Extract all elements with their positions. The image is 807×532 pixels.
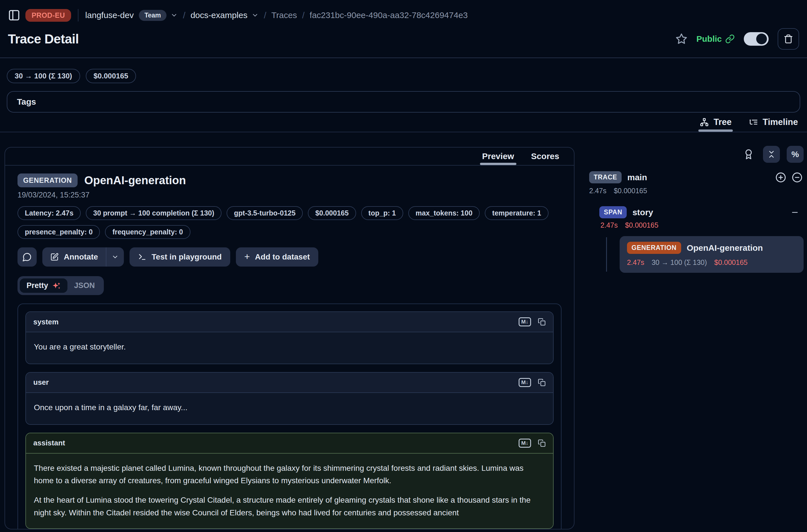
annotate-dropdown-button[interactable] — [106, 253, 124, 261]
generation-name: OpenAI-generation — [687, 243, 763, 253]
assistant-paragraph: At the heart of Lumina stood the towerin… — [34, 494, 545, 519]
model-badge: gpt-3.5-turbo-0125 — [227, 206, 303, 220]
copy-button[interactable] — [538, 439, 546, 447]
tree-zoom-controls — [775, 172, 803, 183]
tree-node-generation-selected[interactable]: GENERATION OpenAI-generation 2.47s 30 → … — [620, 236, 804, 273]
delete-trace-button[interactable] — [778, 28, 799, 50]
plus-circle-icon[interactable] — [775, 172, 786, 183]
page-title: Trace Detail — [8, 31, 79, 46]
tree-node-span[interactable]: SPAN story — [599, 206, 804, 218]
comment-icon — [22, 252, 32, 262]
environment-badge[interactable]: PROD-EU — [25, 9, 71, 22]
trace-stat-badges: 30 → 100 (Σ 130) $0.000165 — [7, 69, 800, 83]
tree-generation-wrapper: GENERATION OpenAI-generation 2.47s 30 → … — [589, 236, 804, 273]
token-usage-badge: 30 prompt → 100 completion (Σ 130) — [86, 206, 222, 220]
trash-icon — [784, 34, 793, 44]
observation-panel: Preview Scores GENERATION OpenAI-generat… — [4, 147, 575, 530]
annotate-split-button: Annotate — [42, 247, 124, 267]
span-name: story — [632, 208, 653, 217]
copy-icon — [538, 379, 546, 386]
copy-icon — [538, 318, 546, 326]
chevron-down-icon[interactable] — [170, 12, 178, 19]
cost-badge: $0.000165 — [308, 206, 356, 220]
observation-body: GENERATION OpenAI-generation 19/03/2024,… — [5, 166, 574, 530]
generation-row: GENERATION OpenAI-generation — [627, 242, 796, 254]
terminal-icon — [138, 253, 147, 261]
markdown-toggle-icon[interactable]: M↓ — [519, 378, 531, 387]
message-role: assistant — [33, 439, 65, 448]
tab-timeline-label: Timeline — [763, 117, 798, 127]
pretty-label: Pretty — [26, 281, 48, 290]
percent-toggle-button[interactable]: % — [787, 146, 804, 163]
comment-button[interactable] — [18, 247, 37, 267]
plus-icon: + — [244, 251, 250, 262]
format-json-segment[interactable]: JSON — [68, 279, 102, 293]
format-pretty-segment[interactable]: Pretty — [20, 279, 68, 293]
observation-header: GENERATION OpenAI-generation — [18, 173, 562, 187]
minus-circle-icon[interactable] — [792, 172, 803, 183]
tags-box[interactable]: Tags — [7, 91, 800, 113]
collapse-all-button[interactable] — [763, 146, 780, 163]
breadcrumb-trace-id: fac231bc-90ee-490a-aa32-78c4269474e3 — [309, 11, 468, 20]
add-to-dataset-button[interactable]: + Add to dataset — [236, 247, 318, 267]
frequency-penalty-badge: frequency_penalty: 0 — [105, 225, 190, 239]
message-tools: M↓ — [519, 317, 546, 326]
breadcrumb-traces-link[interactable]: Traces — [271, 11, 297, 20]
panel-tabs: Preview Scores — [5, 148, 574, 166]
trace-cost: $0.000165 — [614, 187, 647, 195]
markdown-toggle-icon[interactable]: M↓ — [519, 317, 531, 326]
tab-preview[interactable]: Preview — [482, 151, 514, 165]
trace-latency: 2.47s — [589, 187, 606, 195]
playground-label: Test in playground — [151, 252, 222, 262]
top-p-badge: top_p: 1 — [361, 206, 403, 220]
message-header: user M↓ — [26, 373, 553, 393]
tree-node-trace[interactable]: TRACE main — [589, 171, 804, 183]
public-label: Public — [696, 34, 722, 44]
test-in-playground-button[interactable]: Test in playground — [130, 247, 230, 267]
tab-timeline[interactable]: Timeline — [749, 117, 798, 132]
divider — [78, 9, 78, 21]
timeline-icon — [749, 117, 758, 127]
sidebar-toggle-button[interactable] — [8, 9, 20, 21]
org-plan-badge[interactable]: Team — [139, 10, 167, 21]
span-cost: $0.000165 — [625, 221, 658, 229]
tree-toolbar: % — [589, 146, 804, 163]
add-to-dataset-label: Add to dataset — [255, 252, 310, 262]
sparkles-icon — [52, 282, 61, 290]
chevron-down-icon[interactable] — [251, 12, 259, 19]
copy-button[interactable] — [538, 318, 546, 326]
markdown-toggle-icon[interactable]: M↓ — [519, 439, 531, 448]
collapse-node-icon[interactable] — [791, 208, 799, 217]
observation-title: OpenAI-generation — [85, 174, 186, 187]
message-header: system M↓ — [26, 312, 553, 332]
annotate-button[interactable]: Annotate — [42, 252, 106, 262]
copy-button[interactable] — [538, 379, 546, 386]
award-icon[interactable] — [743, 149, 754, 160]
trace-metrics: 2.47s $0.000165 — [589, 187, 804, 195]
title-actions: Public — [676, 28, 799, 50]
observation-timestamp: 19/03/2024, 15:25:37 — [18, 191, 562, 200]
tab-scores[interactable]: Scores — [531, 151, 559, 165]
tags-label: Tags — [17, 97, 36, 107]
message-tools: M↓ — [519, 439, 546, 448]
message-system: system M↓ You are a great storyteller. — [25, 311, 553, 364]
temperature-badge: temperature: 1 — [485, 206, 548, 220]
message-content: You are a great storyteller. — [26, 332, 553, 364]
public-toggle[interactable] — [744, 32, 769, 46]
observation-type-badge: GENERATION — [18, 173, 78, 187]
presence-penalty-badge: presence_penalty: 0 — [18, 225, 100, 239]
tab-tree[interactable]: Tree — [699, 117, 732, 132]
breadcrumb-separator: / — [302, 10, 304, 21]
message-header: assistant M↓ — [26, 433, 553, 454]
trace-summary: 30 → 100 (Σ 130) $0.000165 Tags — [0, 69, 807, 113]
token-usage-badge: 30 → 100 (Σ 130) — [7, 69, 80, 83]
span-latency: 2.47s — [600, 221, 618, 229]
generation-tokens: 30 → 100 (Σ 130) — [652, 259, 707, 267]
breadcrumb-project[interactable]: docs-examples — [190, 11, 247, 20]
message-role: system — [33, 318, 59, 326]
max-tokens-badge: max_tokens: 100 — [408, 206, 480, 220]
star-icon[interactable] — [676, 33, 687, 45]
breadcrumb-separator: / — [264, 10, 266, 21]
public-share-link[interactable]: Public — [696, 34, 735, 44]
breadcrumb-org[interactable]: langfuse-dev — [85, 11, 134, 20]
